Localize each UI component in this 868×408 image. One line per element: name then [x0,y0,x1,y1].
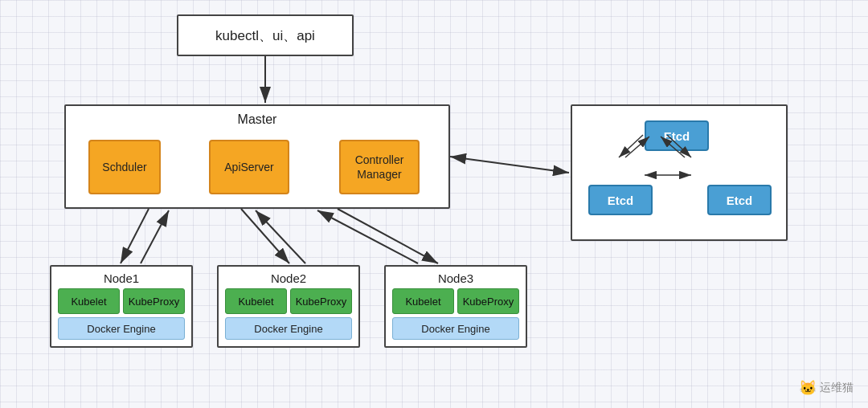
etcd-bottom-right: Etcd [707,185,772,215]
etcd-top: Etcd [645,120,709,151]
controller-label: ControllerManager [355,153,404,182]
node1-kubeproxy: KubeProxy [123,288,185,314]
svg-line-4 [450,157,569,173]
watermark-icon: 🐱 [799,379,817,397]
svg-line-10 [317,210,418,263]
master-box: Master Schduler ApiServer ControllerMana… [64,104,450,209]
watermark: 🐱 运维猫 [799,379,854,397]
svg-line-9 [338,209,438,263]
kubectl-label: kubectl、ui、api [215,27,315,45]
etcd-bottom-left: Etcd [588,185,653,215]
node2-label: Node2 [219,267,358,288]
node2-green-row: Kubelet KubeProxy [219,288,358,314]
kubectl-box: kubectl、ui、api [177,14,354,56]
svg-line-5 [121,209,149,263]
master-label: Master [66,112,448,127]
apiserver-label: ApiServer [224,160,273,174]
node2-kubeproxy: KubeProxy [290,288,352,314]
controller-box: ControllerManager [339,140,420,194]
node1-kubelet: Kubelet [58,288,120,314]
node3-docker: Docker Engine [392,317,519,340]
node1-label: Node1 [51,267,191,288]
node3-label: Node3 [386,267,526,288]
node2-kubelet: Kubelet [225,288,287,314]
diagram: kubectl、ui、api Master Schduler ApiServer… [0,0,868,408]
node3-box: Node3 Kubelet KubeProxy Docker Engine [384,265,527,348]
apiserver-box: ApiServer [209,140,289,194]
node3-kubeproxy: KubeProxy [457,288,519,314]
node2-docker: Docker Engine [225,317,352,340]
node3-green-row: Kubelet KubeProxy [386,288,526,314]
node2-box: Node2 Kubelet KubeProxy Docker Engine [217,265,360,348]
node3-kubelet: Kubelet [392,288,454,314]
etcd-cluster-box: Etcd Etcd Etcd [571,104,788,241]
svg-line-8 [256,210,305,263]
node1-box: Node1 Kubelet KubeProxy Docker Engine [50,265,193,348]
node1-docker: Docker Engine [58,317,185,340]
node1-green-row: Kubelet KubeProxy [51,288,191,314]
schduler-box: Schduler [88,140,161,194]
svg-line-7 [241,209,289,263]
svg-line-6 [141,210,169,263]
watermark-text: 运维猫 [820,381,854,395]
schduler-label: Schduler [102,160,146,174]
